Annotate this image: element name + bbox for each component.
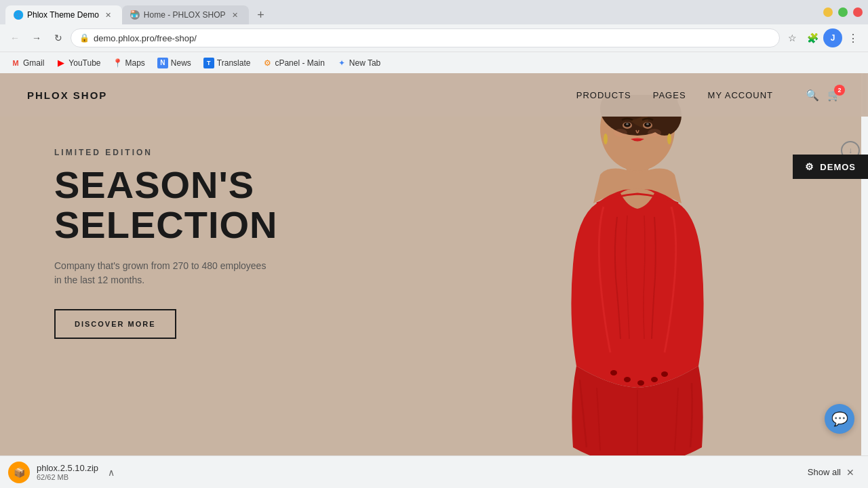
site-header: PHLOX SHOP PRODUCTS PAGES MY ACCOUNT 🔍 🛒… <box>0 73 868 117</box>
youtube-icon: ▶ <box>56 58 66 68</box>
forward-button[interactable]: → <box>27 28 46 47</box>
bookmark-translate[interactable]: T Translate <box>198 55 256 71</box>
cart-badge: 2 <box>834 85 845 96</box>
svg-point-20 <box>661 371 668 377</box>
download-details: phlox.2.5.10.zip 62/62 MB <box>37 463 98 481</box>
bookmark-maps[interactable]: 📍 Maps <box>108 56 151 70</box>
svg-point-16 <box>610 370 617 375</box>
bookmark-gmail-label: Gmail <box>23 58 44 68</box>
svg-point-18 <box>637 380 644 386</box>
tab-favicon-phlox: 🌐 <box>14 10 23 20</box>
chat-bubble[interactable]: 💬 <box>825 404 854 434</box>
close-button[interactable]: ✕ <box>853 7 863 17</box>
gmail-icon: M <box>11 58 20 68</box>
back-button[interactable]: ← <box>5 28 24 47</box>
bookmark-maps-label: Maps <box>125 58 145 68</box>
hero-content: LIMITED EDITION SEASON'S SELECTION Compa… <box>0 73 868 366</box>
title-bar: 🌐 Phlox Theme Demo ✕ 🏪 Home - PHLOX SHOP… <box>0 0 868 24</box>
website-content: PHLOX SHOP PRODUCTS PAGES MY ACCOUNT 🔍 🛒… <box>0 73 868 474</box>
search-icon[interactable]: 🔍 <box>806 89 819 102</box>
svg-point-17 <box>624 377 631 382</box>
bookmark-news[interactable]: N News <box>152 55 197 71</box>
browser-window: 🌐 Phlox Theme Demo ✕ 🏪 Home - PHLOX SHOP… <box>0 0 868 73</box>
tab-title-shop: Home - PHLOX SHOP <box>144 10 226 20</box>
bookmark-cpanel-label: cPanel - Main <box>275 58 324 68</box>
download-file-icon: 📦 <box>8 462 30 483</box>
tab-phlox-shop[interactable]: 🏪 Home - PHLOX SHOP ✕ <box>122 5 249 24</box>
site-logo: PHLOX SHOP <box>27 89 107 101</box>
bookmark-news-label: News <box>171 58 191 68</box>
reload-button[interactable]: ↻ <box>49 28 68 47</box>
bookmark-youtube-label: YouTube <box>68 58 100 68</box>
more-options-button[interactable]: ⋮ <box>844 28 863 47</box>
site-nav: PRODUCTS PAGES MY ACCOUNT 🔍 🛒 2 <box>576 89 841 102</box>
bookmark-cpanel[interactable]: ⚙ cPanel - Main <box>257 56 330 70</box>
bookmark-translate-label: Translate <box>217 58 251 68</box>
tab-phlox-demo[interactable]: 🌐 Phlox Theme Demo ✕ <box>5 5 122 24</box>
maps-icon: 📍 <box>113 58 123 68</box>
news-icon: N <box>157 58 168 68</box>
nav-my-account[interactable]: MY ACCOUNT <box>708 90 773 100</box>
discover-more-button[interactable]: DISCOVER MORE <box>54 309 176 339</box>
download-filesize: 62/62 MB <box>37 473 98 481</box>
bookmark-gmail[interactable]: M Gmail <box>5 56 50 70</box>
tab-close-phlox[interactable]: ✕ <box>103 9 114 20</box>
bookmark-newtab-label: New Tab <box>349 58 380 68</box>
nav-products[interactable]: PRODUCTS <box>576 90 631 100</box>
tab-title-phlox: Phlox Theme Demo <box>27 10 99 20</box>
url-bar[interactable]: 🔒 demo.phlox.pro/free-shop/ <box>71 28 780 47</box>
window-controls: — □ ✕ <box>823 7 863 17</box>
demos-button[interactable]: ⚙ DEMOS <box>793 155 868 179</box>
newtab-icon: ✦ <box>337 58 347 68</box>
translate-icon: T <box>203 58 214 68</box>
download-bar: 📦 phlox.2.5.10.zip 62/62 MB ∧ Show all ✕ <box>0 455 868 488</box>
download-filename: phlox.2.5.10.zip <box>37 463 98 473</box>
nav-pages[interactable]: PAGES <box>653 90 686 100</box>
download-chevron-icon[interactable]: ∧ <box>105 464 117 481</box>
hero-description: Company that's grown from 270 to 480 emp… <box>54 259 271 287</box>
zip-icon: 📦 <box>14 467 25 478</box>
minimize-button[interactable]: — <box>823 7 833 17</box>
url-text: demo.phlox.pro/free-shop/ <box>94 33 771 43</box>
download-file-info: 📦 phlox.2.5.10.zip 62/62 MB ∧ <box>8 462 808 483</box>
cart-icon[interactable]: 🛒 2 <box>827 89 841 102</box>
lock-icon: 🔒 <box>79 33 90 43</box>
profile-button[interactable]: J <box>823 28 842 47</box>
toolbar-icons: ☆ 🧩 J ⋮ <box>783 28 863 47</box>
hero-title-line1: SEASON'S <box>54 165 841 205</box>
tab-close-shop[interactable]: ✕ <box>230 9 241 20</box>
hero-subtitle: LIMITED EDITION <box>54 148 841 157</box>
new-tab-button[interactable]: + <box>252 5 271 24</box>
bookmark-newtab[interactable]: ✦ New Tab <box>332 56 386 70</box>
maximize-button[interactable]: □ <box>838 7 848 17</box>
cpanel-icon: ⚙ <box>262 58 272 68</box>
bookmark-star-button[interactable]: ☆ <box>783 28 802 47</box>
extensions-button[interactable]: 🧩 <box>803 28 822 47</box>
demos-label: DEMOS <box>820 162 856 172</box>
svg-point-19 <box>651 377 658 382</box>
tab-favicon-shop: 🏪 <box>130 10 140 20</box>
address-bar: ← → ↻ 🔒 demo.phlox.pro/free-shop/ ☆ 🧩 J … <box>0 24 868 52</box>
bookmarks-bar: M Gmail ▶ YouTube 📍 Maps N News T Transl… <box>0 52 868 73</box>
download-close-button[interactable]: ✕ <box>841 467 860 478</box>
hero-title-line2: SELECTION <box>54 205 841 245</box>
nav-icons: 🔍 🛒 2 <box>806 89 841 102</box>
tabs-area: 🌐 Phlox Theme Demo ✕ 🏪 Home - PHLOX SHOP… <box>5 0 818 24</box>
bookmark-youtube[interactable]: ▶ YouTube <box>51 56 106 70</box>
show-all-button[interactable]: Show all <box>808 467 841 477</box>
gear-icon: ⚙ <box>805 161 814 172</box>
hero-title: SEASON'S SELECTION <box>54 165 841 245</box>
